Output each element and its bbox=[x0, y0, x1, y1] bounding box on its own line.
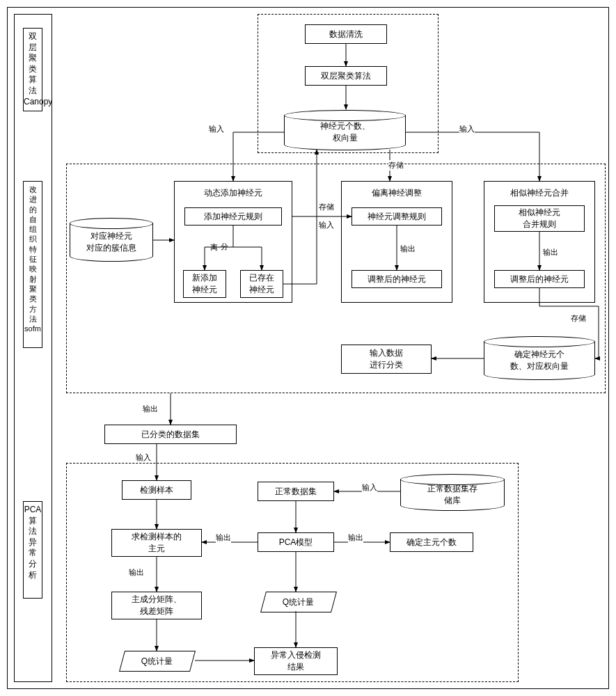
output-label: 输出 bbox=[143, 404, 158, 414]
q-stat1-parallelogram: Q统计量 bbox=[119, 651, 196, 672]
classified-set-box: 已分类的数据集 bbox=[104, 425, 237, 444]
input-label: 输入 bbox=[459, 124, 475, 134]
classify-box: 输入数据 进行分类 bbox=[341, 345, 432, 374]
input-label: 输入 bbox=[362, 482, 377, 493]
store-label: 存储 bbox=[571, 313, 586, 324]
seek-principal-box: 求检测样本的 主元 bbox=[111, 529, 202, 557]
canopy-section-label: 双层聚类算法Canopy bbox=[23, 28, 42, 111]
adjusted-neuron2-box: 调整后的神经元 bbox=[494, 270, 585, 288]
new-neuron-box: 新添加 神经元 bbox=[183, 270, 226, 298]
output-label: 输出 bbox=[348, 532, 363, 543]
output-label: 输出 bbox=[216, 532, 231, 543]
store-label: 存储 bbox=[388, 160, 404, 171]
store-label: 存储 bbox=[319, 202, 334, 212]
final-store-cylinder: 确定神经元个 数、对应权向量 bbox=[484, 341, 595, 379]
add-rule-box: 添加神经元规则 bbox=[184, 207, 282, 226]
num-principals-box: 确定主元个数 bbox=[390, 532, 473, 552]
input-label: 输入 bbox=[209, 124, 224, 134]
pca-model-box: PCA模型 bbox=[258, 532, 334, 552]
merge-rule-box: 相似神经元 合并规则 bbox=[494, 205, 585, 232]
output-label: 输出 bbox=[400, 244, 416, 254]
normal-set-box: 正常数据集 bbox=[258, 482, 334, 501]
normal-store-cylinder: 正常数据集存 储库 bbox=[400, 479, 505, 510]
adjust-rule-box: 神经元调整规则 bbox=[352, 207, 442, 226]
pca-section-label: PCA算法异常分析 bbox=[23, 501, 42, 599]
neuron-store-cylinder: 神经元个数、 权向量 bbox=[284, 115, 406, 150]
matrices-box: 主成分矩阵、 残差矩阵 bbox=[111, 592, 202, 619]
output-label: 输出 bbox=[129, 567, 144, 578]
exist-neuron-box: 已存在 神经元 bbox=[240, 270, 283, 298]
output-label: 输出 bbox=[543, 247, 558, 258]
q-stat2-parallelogram: Q统计量 bbox=[260, 592, 337, 612]
sofm-section-label: 改进的自组织特征映射聚类方法sofm bbox=[23, 181, 42, 348]
input-label: 输入 bbox=[136, 452, 151, 463]
detect-sample-box: 检测样本 bbox=[122, 480, 191, 500]
cluster-info-cylinder: 对应神经元 对应的簇信息 bbox=[70, 223, 153, 261]
result-box: 异常入侵检测 结果 bbox=[254, 647, 338, 675]
bilayer-algo-box: 双层聚类算法 bbox=[305, 66, 387, 86]
data-clean-box: 数据清洗 bbox=[305, 24, 387, 44]
adjusted-neuron1-box: 调整后的神经元 bbox=[352, 270, 442, 288]
input-label: 输入 bbox=[319, 220, 334, 230]
